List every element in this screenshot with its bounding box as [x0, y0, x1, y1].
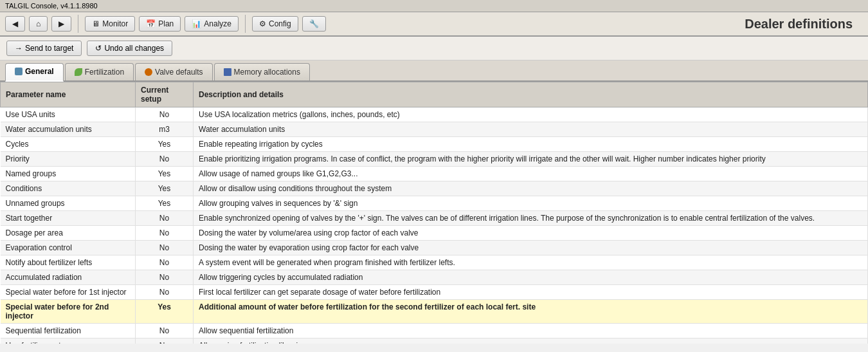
param-value: Yes	[136, 181, 194, 196]
param-description: Allow grouping valves in sequences by '&…	[194, 196, 868, 211]
tab-valve-defaults[interactable]: Valve defaults	[135, 63, 213, 80]
param-description: Additional amount of water before fertil…	[194, 300, 868, 324]
undo-all-changes-button[interactable]: ↺ Undo all changes	[87, 41, 172, 56]
table-row[interactable]: Accumulated radiationNoAllow triggering …	[1, 270, 868, 285]
table-row[interactable]: Named groupsYesAllow usage of named grou…	[1, 167, 868, 181]
param-description: Allow or disallow using conditions throu…	[194, 181, 868, 196]
param-description: Dosing the water by evaporation using cr…	[194, 241, 868, 255]
col-header-description: Description and details	[194, 82, 868, 107]
table-row[interactable]: PriorityNoEnable prioritizing irrigation…	[1, 152, 868, 167]
monitor-button[interactable]: 🖥 Monitor	[85, 16, 135, 32]
analyze-button[interactable]: 📊 Analyze	[185, 16, 239, 32]
param-name: Cycles	[1, 137, 136, 152]
title-bar: TALGIL Console, v4.1.1.8980	[0, 0, 868, 12]
config-button[interactable]: ⚙ Config	[252, 16, 298, 32]
back-icon: ◀	[12, 19, 18, 28]
param-value: No	[136, 255, 194, 270]
back-button[interactable]: ◀	[5, 16, 25, 32]
toolbar: ◀ ⌂ ▶ 🖥 Monitor 📅 Plan 📊 Analyze ⚙ Confi…	[0, 12, 868, 37]
undo-icon: ↺	[95, 44, 102, 53]
param-name: Accumulated radiation	[1, 270, 136, 285]
param-description: Allow sequential fertilization	[194, 324, 868, 338]
table-row[interactable]: Notify about fertilizer leftsNoA system …	[1, 255, 868, 270]
monitor-icon: 🖥	[92, 19, 100, 28]
param-description: Dosing the water by volume/area using cr…	[194, 226, 868, 241]
param-value: Yes	[136, 196, 194, 211]
param-name: Special water before for 2nd injector	[1, 300, 136, 324]
col-header-name: Parameter name	[1, 82, 136, 107]
param-description: Allow triggering cycles by accumulated r…	[194, 270, 868, 285]
memory-allocations-tab-icon	[224, 68, 231, 76]
param-name: Evaporation control	[1, 241, 136, 255]
table-row[interactable]: CyclesYesEnable repeating irrigation by …	[1, 137, 868, 152]
table-row[interactable]: Unnamed groupsYesAllow grouping valves i…	[1, 196, 868, 211]
table-row[interactable]: Start togetherNoEnable synchronized open…	[1, 211, 868, 226]
tools-icon: 🔧	[309, 19, 319, 28]
tabs-bar: General Fertilization Valve defaults Mem…	[0, 60, 868, 82]
table-row[interactable]: Dosage per areaNoDosing the water by vol…	[1, 226, 868, 241]
general-tab-icon	[15, 68, 23, 75]
table-header-row: Parameter name Current setup Description…	[1, 82, 868, 107]
param-name: Use fertilizer sets	[1, 338, 136, 344]
page-title: Dealer definitions	[745, 17, 863, 32]
table-row[interactable]: Use fertilizer setsNoAllow using fertili…	[1, 338, 868, 344]
param-value: No	[136, 324, 194, 338]
tab-memory-allocations[interactable]: Memory allocations	[214, 63, 310, 80]
table-row[interactable]: Sequential fertilizationNoAllow sequenti…	[1, 324, 868, 338]
param-description: First local fertilizer can get separate …	[194, 285, 868, 300]
config-icon: ⚙	[259, 19, 266, 28]
param-name: Priority	[1, 152, 136, 167]
param-value: Yes	[136, 300, 194, 324]
forward-button[interactable]: ▶	[51, 16, 71, 32]
tab-general[interactable]: General	[5, 63, 64, 82]
param-description: A system event will be generated when pr…	[194, 255, 868, 270]
param-name: Use USA units	[1, 107, 136, 122]
separator-2	[245, 15, 246, 33]
table-row[interactable]: Use USA unitsNoUse USA localization metr…	[1, 107, 868, 122]
param-value: No	[136, 152, 194, 167]
table-row[interactable]: ConditionsYesAllow or disallow using con…	[1, 181, 868, 196]
param-description: Allow using fertilization libraries	[194, 338, 868, 344]
param-value: No	[136, 211, 194, 226]
param-description: Enable prioritizing irrigation programs.…	[194, 152, 868, 167]
table-row[interactable]: Evaporation controlNoDosing the water by…	[1, 241, 868, 255]
analyze-icon: 📊	[192, 19, 201, 28]
col-header-setup: Current setup	[136, 82, 194, 107]
param-value: Yes	[136, 137, 194, 152]
param-name: Unnamed groups	[1, 196, 136, 211]
title-bar-text: TALGIL Console, v4.1.1.8980	[5, 2, 98, 10]
param-value: No	[136, 241, 194, 255]
send-icon: →	[15, 44, 23, 53]
plan-icon: 📅	[146, 19, 156, 28]
param-description: Enable repeating irrigation by cycles	[194, 137, 868, 152]
plan-button[interactable]: 📅 Plan	[139, 16, 181, 32]
table-row[interactable]: Water accumulation unitsm3Water accumula…	[1, 122, 868, 137]
param-name: Conditions	[1, 181, 136, 196]
param-description: Use USA localization metrics (gallons, i…	[194, 107, 868, 122]
send-to-target-button[interactable]: → Send to target	[6, 41, 82, 56]
param-name: Notify about fertilizer lefts	[1, 255, 136, 270]
tab-fertilization[interactable]: Fertilization	[65, 63, 134, 80]
param-value: No	[136, 107, 194, 122]
param-value: No	[136, 270, 194, 285]
param-name: Water accumulation units	[1, 122, 136, 137]
valve-defaults-tab-icon	[145, 68, 152, 76]
param-name: Start together	[1, 211, 136, 226]
home-button[interactable]: ⌂	[29, 16, 48, 32]
action-bar: → Send to target ↺ Undo all changes	[0, 37, 868, 60]
separator-1	[78, 15, 78, 33]
table-row[interactable]: Special water before for 2nd injectorYes…	[1, 300, 868, 324]
param-value: No	[136, 285, 194, 300]
param-description: Allow usage of named groups like G1,G2,G…	[194, 167, 868, 181]
param-name: Sequential fertilization	[1, 324, 136, 338]
parameters-table: Parameter name Current setup Description…	[0, 82, 868, 344]
forward-icon: ▶	[59, 19, 64, 28]
table-row[interactable]: Special water before for 1st injectorNoF…	[1, 285, 868, 300]
tools-button[interactable]: 🔧	[302, 16, 326, 32]
param-description: Enable synchronized opening of valves by…	[194, 211, 868, 226]
fertilization-tab-icon	[75, 68, 82, 76]
param-value: No	[136, 226, 194, 241]
param-name: Named groups	[1, 167, 136, 181]
main-table-container: Parameter name Current setup Description…	[0, 82, 868, 344]
home-icon: ⌂	[36, 19, 41, 28]
